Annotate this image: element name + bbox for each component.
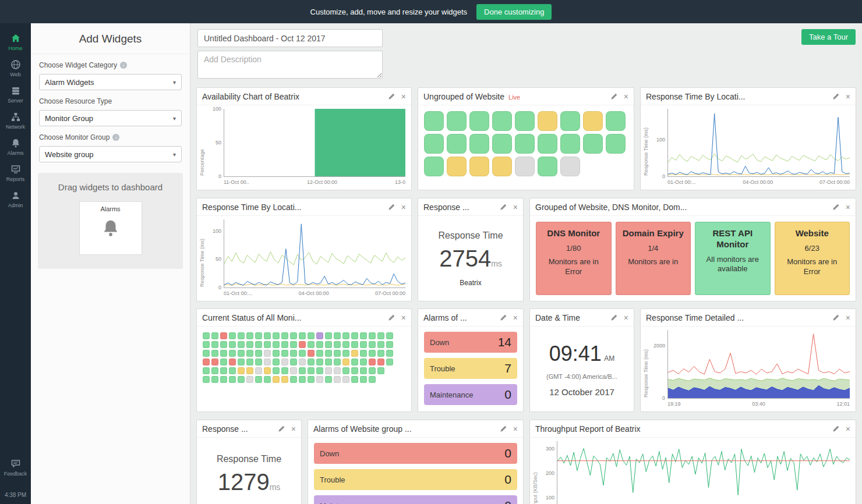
- edit-widget-icon[interactable]: [500, 314, 507, 321]
- status-cell[interactable]: [238, 359, 245, 365]
- status-cell[interactable]: [377, 341, 384, 348]
- status-cell[interactable]: [290, 332, 297, 339]
- status-cell[interactable]: [447, 111, 467, 131]
- edit-widget-icon[interactable]: [610, 93, 618, 100]
- status-cell[interactable]: [369, 367, 376, 374]
- remove-widget-icon[interactable]: ×: [401, 203, 406, 211]
- status-cell[interactable]: [316, 376, 323, 383]
- status-cell[interactable]: [342, 367, 349, 374]
- status-cell[interactable]: [424, 134, 444, 154]
- status-cell[interactable]: [246, 367, 253, 374]
- widget-throughput-report[interactable]: Throughput Report of Beatrix × Throughpu…: [529, 420, 856, 504]
- edit-widget-icon[interactable]: [388, 203, 395, 211]
- status-cell[interactable]: [351, 367, 358, 374]
- status-cell[interactable]: [220, 359, 227, 365]
- status-cell[interactable]: [281, 376, 288, 383]
- widget-response-time-detailed[interactable]: Response Time Detailed ... × Response Ti…: [640, 308, 856, 412]
- status-cell[interactable]: [334, 332, 341, 339]
- status-cell[interactable]: [220, 332, 227, 339]
- status-cell[interactable]: [238, 376, 245, 383]
- status-cell[interactable]: [264, 341, 271, 348]
- status-cell[interactable]: [342, 341, 349, 348]
- dashboard-title-input[interactable]: [197, 29, 383, 47]
- status-cell[interactable]: [515, 134, 535, 154]
- status-cell[interactable]: [369, 359, 376, 365]
- status-cell[interactable]: [369, 350, 376, 357]
- edit-widget-icon[interactable]: [500, 203, 507, 211]
- status-cell[interactable]: [538, 111, 557, 131]
- status-cell[interactable]: [308, 376, 315, 383]
- info-icon[interactable]: i: [112, 134, 119, 141]
- status-cell[interactable]: [273, 341, 280, 348]
- sidebar-item-alarms[interactable]: Alarms: [0, 134, 31, 160]
- status-cell[interactable]: [351, 332, 358, 339]
- status-cell[interactable]: [264, 350, 271, 357]
- widget-grouped-monitors[interactable]: Grouped of Website, DNS Monitor, Dom... …: [529, 198, 856, 301]
- status-cell[interactable]: [316, 359, 323, 365]
- status-cell[interactable]: [246, 332, 253, 339]
- widget-ungrouped-website[interactable]: Ungrouped of WebsiteLive ×: [418, 87, 634, 190]
- status-cell[interactable]: [220, 376, 227, 383]
- edit-widget-icon[interactable]: [388, 314, 395, 321]
- status-cell[interactable]: [515, 111, 535, 131]
- status-cell[interactable]: [447, 157, 467, 176]
- status-cell[interactable]: [325, 376, 332, 383]
- resource-type-select[interactable]: Monitor Group ▾: [39, 110, 182, 126]
- status-cell[interactable]: [325, 359, 332, 365]
- edit-widget-icon[interactable]: [278, 425, 285, 432]
- widget-response-time-by-location-1[interactable]: Response Time By Locati... × Response Ti…: [640, 87, 856, 190]
- status-cell[interactable]: [351, 376, 358, 383]
- monitor-group-card[interactable]: Domain Expiry1/4Monitors are in: [616, 222, 691, 295]
- dashboard-description-input[interactable]: [197, 51, 383, 79]
- status-cell[interactable]: [255, 341, 262, 348]
- status-cell[interactable]: [299, 332, 306, 339]
- edit-widget-icon[interactable]: [832, 93, 840, 100]
- status-cell[interactable]: [238, 367, 245, 374]
- status-cell[interactable]: [377, 359, 384, 365]
- status-cell[interactable]: [229, 376, 236, 383]
- status-cell[interactable]: [203, 359, 210, 365]
- status-cell[interactable]: [299, 350, 306, 357]
- status-cell[interactable]: [281, 332, 288, 339]
- status-cell[interactable]: [360, 359, 367, 365]
- sidebar-item-web[interactable]: Web: [0, 55, 31, 81]
- status-cell[interactable]: [211, 376, 218, 383]
- status-cell[interactable]: [246, 350, 253, 357]
- status-cell[interactable]: [369, 341, 376, 348]
- status-cell[interactable]: [203, 367, 210, 374]
- status-cell[interactable]: [238, 332, 245, 339]
- status-cell[interactable]: [229, 359, 236, 365]
- status-cell[interactable]: [377, 332, 384, 339]
- remove-widget-icon[interactable]: ×: [513, 203, 518, 211]
- status-cell[interactable]: [220, 341, 227, 348]
- info-icon[interactable]: i: [120, 62, 127, 69]
- status-cell[interactable]: [469, 134, 489, 154]
- status-cell[interactable]: [308, 332, 315, 339]
- status-cell[interactable]: [325, 341, 332, 348]
- status-cell[interactable]: [325, 350, 332, 357]
- status-cell[interactable]: [316, 332, 323, 339]
- status-cell[interactable]: [342, 350, 349, 357]
- status-cell[interactable]: [325, 367, 332, 374]
- status-cell[interactable]: [203, 376, 210, 383]
- status-cell[interactable]: [369, 376, 376, 383]
- status-cell[interactable]: [203, 341, 210, 348]
- widget-category-select[interactable]: Alarm Widgets ▾: [39, 74, 182, 90]
- status-cell[interactable]: [299, 341, 306, 348]
- status-cell[interactable]: [351, 350, 358, 357]
- status-cell[interactable]: [255, 359, 262, 365]
- edit-widget-icon[interactable]: [610, 314, 618, 321]
- status-cell[interactable]: [538, 157, 557, 176]
- status-cell[interactable]: [492, 134, 512, 154]
- status-cell[interactable]: [264, 376, 271, 383]
- monitor-group-select[interactable]: Website group ▾: [39, 146, 182, 162]
- status-cell[interactable]: [220, 350, 227, 357]
- remove-widget-icon[interactable]: ×: [846, 203, 850, 211]
- status-cell[interactable]: [290, 376, 297, 383]
- status-cell[interactable]: [255, 332, 262, 339]
- status-cell[interactable]: [273, 367, 280, 374]
- status-cell[interactable]: [290, 350, 297, 357]
- status-cell[interactable]: [492, 157, 512, 176]
- alarm-row-down[interactable]: Down14: [424, 332, 517, 353]
- status-cell[interactable]: [264, 332, 271, 339]
